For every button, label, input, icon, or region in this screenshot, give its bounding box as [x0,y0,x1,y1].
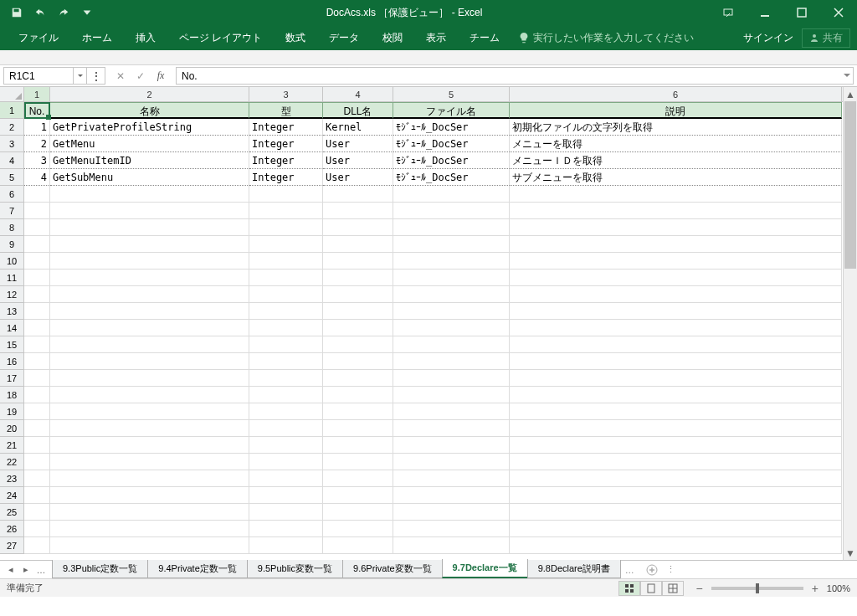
cell[interactable] [323,370,393,387]
tab-formulas[interactable]: 数式 [274,28,317,49]
tab-home[interactable]: ホーム [70,28,124,49]
row-header[interactable]: 1 [0,102,24,119]
cell[interactable]: ファイル名 [393,102,510,119]
cell[interactable] [323,253,393,270]
cell[interactable] [393,320,510,336]
cell[interactable] [249,537,323,554]
cell[interactable]: メニューを取得 [510,136,842,152]
save-button[interactable] [5,3,28,23]
cell[interactable]: 3 [24,152,50,169]
sheet-tab-active[interactable]: 9.7Declare一覧 [442,559,528,578]
row-header[interactable]: 21 [0,437,24,454]
cell[interactable] [249,454,323,470]
cell[interactable] [24,236,50,253]
cell[interactable] [24,521,50,537]
cell[interactable] [50,286,249,303]
cell[interactable] [249,504,323,521]
cell[interactable] [510,370,842,387]
cell[interactable] [393,353,510,370]
sheet-more-button[interactable]: … [35,565,47,575]
cell[interactable] [510,537,842,554]
cell[interactable] [510,253,842,270]
tab-team[interactable]: チーム [458,28,511,49]
cell[interactable] [393,186,510,203]
cell[interactable]: 2 [24,136,50,152]
cell[interactable] [24,303,50,320]
row-header[interactable]: 18 [0,387,24,403]
cell[interactable] [50,353,249,370]
col-header-1[interactable]: 1 [24,87,50,101]
cell[interactable]: User [323,169,393,186]
cell[interactable] [50,219,249,236]
sheet-tab[interactable]: 9.3Public定数一覧 [52,560,148,578]
cell[interactable] [510,470,842,487]
cell[interactable] [323,387,393,403]
cell[interactable]: Kernel [323,119,393,136]
cell[interactable] [249,437,323,454]
cancel-formula-button[interactable]: ✕ [110,67,131,85]
cell[interactable] [50,420,249,437]
cell[interactable] [510,437,842,454]
row-header[interactable]: 10 [0,253,24,270]
cell[interactable] [393,403,510,420]
col-header-6[interactable]: 6 [510,87,842,101]
sheet-prev-button[interactable]: ◂ [5,564,17,575]
row-header[interactable]: 14 [0,320,24,336]
cell[interactable] [323,270,393,286]
sheet-tab[interactable]: 9.5Public変数一覧 [247,560,343,578]
cell[interactable] [24,537,50,554]
qat-customize[interactable] [75,3,99,23]
close-button[interactable] [820,0,857,25]
cell[interactable] [323,286,393,303]
scroll-up-icon[interactable]: ▲ [844,87,857,101]
cell[interactable]: Integer [249,152,323,169]
cell[interactable] [393,253,510,270]
cell[interactable] [393,286,510,303]
cell[interactable] [323,403,393,420]
share-button[interactable]: 共有 [802,28,850,48]
tab-page-layout[interactable]: ページ レイアウト [167,28,274,49]
row-header[interactable]: 13 [0,303,24,320]
cell[interactable] [249,270,323,286]
cell[interactable]: ﾓｼﾞｭｰﾙ_DocSer [393,119,510,136]
cell[interactable] [24,186,50,203]
cell[interactable] [249,286,323,303]
cell[interactable] [50,487,249,504]
cell[interactable] [24,203,50,219]
zoom-thumb[interactable] [756,583,759,593]
cell[interactable] [50,537,249,554]
enter-formula-button[interactable]: ✓ [131,67,151,85]
insert-function-button[interactable]: fx [151,67,171,85]
cell[interactable] [393,236,510,253]
cell[interactable]: Integer [249,136,323,152]
cell[interactable] [24,320,50,336]
cell[interactable] [393,387,510,403]
row-header[interactable]: 22 [0,454,24,470]
cell[interactable]: メニューＩＤを取得 [510,152,842,169]
row-header[interactable]: 8 [0,219,24,236]
cell[interactable] [24,403,50,420]
sheet-next-button[interactable]: ▸ [20,564,32,575]
cell[interactable] [249,403,323,420]
cell[interactable]: GetMenu [50,136,249,152]
row-header[interactable]: 25 [0,504,24,521]
row-header[interactable]: 12 [0,286,24,303]
cell[interactable] [393,521,510,537]
cell[interactable] [510,219,842,236]
cell[interactable]: 説明 [510,102,842,119]
cell[interactable] [393,437,510,454]
cell[interactable] [24,454,50,470]
cell[interactable] [323,336,393,353]
cell[interactable] [323,504,393,521]
cell[interactable] [249,387,323,403]
cell[interactable] [323,454,393,470]
sheet-tab[interactable]: 9.8Declare説明書 [527,560,621,578]
cell[interactable] [249,487,323,504]
new-sheet-button[interactable] [643,561,661,578]
cell[interactable] [510,270,842,286]
row-header[interactable]: 2 [0,119,24,136]
ribbon-options-button[interactable] [710,0,747,25]
tab-file[interactable]: ファイル [7,28,70,49]
cell[interactable]: ﾓｼﾞｭｰﾙ_DocSer [393,169,510,186]
cell[interactable] [249,420,323,437]
